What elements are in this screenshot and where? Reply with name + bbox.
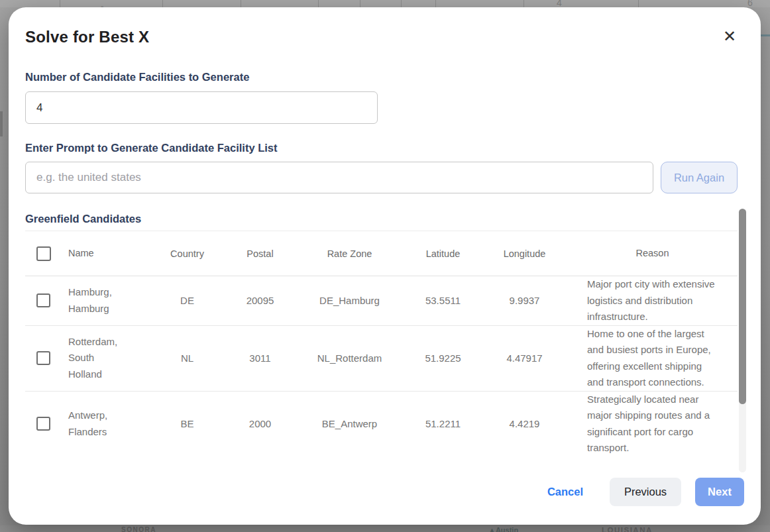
next-button[interactable]: Next — [695, 478, 744, 506]
count-field-label: Number of Candidate Facilities to Genera… — [25, 71, 249, 83]
col-header-country: Country — [149, 248, 225, 259]
col-header-rate-zone: Rate Zone — [295, 248, 404, 259]
cell-longitude: 4.4219 — [482, 418, 567, 429]
cell-postal: 3011 — [225, 352, 295, 364]
cell-country: NL — [149, 352, 225, 364]
prompt-input[interactable] — [25, 162, 653, 193]
col-header-longitude: Longitude — [482, 248, 567, 259]
background-map-line — [761, 34, 770, 36]
bg-cell-value: 4 — [557, 0, 562, 7]
table-row: Rotterdam, South HollandNL3011NL_Rotterd… — [25, 326, 738, 392]
table-scrollbar-thumb[interactable] — [739, 209, 746, 404]
cell-name: Rotterdam, South Holland — [60, 334, 149, 383]
cell-longitude: 4.47917 — [482, 352, 567, 364]
bg-column-line — [638, 0, 639, 7]
cell-rate-zone: NL_Rotterdam — [295, 352, 404, 364]
map-label-austin: ▲Austin — [488, 526, 518, 532]
background-app-top-strip: - 4 6 — [0, 0, 770, 7]
cell-reason: Home to one of the largest and busiest p… — [567, 326, 738, 391]
col-header-reason: Reason — [567, 245, 738, 262]
cell-postal: 20095 — [225, 295, 295, 306]
bg-column-line — [241, 0, 241, 7]
dialog-title: Solve for Best X — [25, 28, 149, 46]
cell-name: Antwerp, Flanders — [60, 407, 149, 440]
greenfield-candidates-heading: Greenfield Candidates — [25, 213, 141, 225]
solve-for-best-x-dialog: Solve for Best X ✕ Number of Candidate F… — [9, 7, 761, 525]
bg-column-line — [523, 0, 524, 7]
cell-latitude: 51.9225 — [404, 352, 482, 364]
map-label-louisiana: LOUISIANA — [602, 526, 653, 532]
cell-country: BE — [149, 418, 225, 429]
map-label-sonora: SONORA — [121, 526, 156, 532]
cell-rate-zone: BE_Antwerp — [295, 418, 404, 429]
table-header-row: Name Country Postal Rate Zone Latitude L… — [25, 231, 738, 276]
cell-rate-zone: DE_Hamburg — [295, 295, 404, 306]
cell-postal: 2000 — [225, 418, 295, 429]
bg-cell-dash: - — [101, 1, 103, 7]
close-icon[interactable]: ✕ — [716, 23, 743, 50]
cancel-button[interactable]: Cancel — [547, 486, 583, 498]
col-header-postal: Postal — [225, 248, 295, 259]
cell-reason: Strategically located near major shippin… — [567, 392, 738, 456]
cell-country: DE — [149, 295, 225, 306]
bg-column-line — [318, 0, 319, 7]
bg-column-line — [360, 0, 360, 7]
bg-column-line — [162, 0, 163, 7]
row-checkbox[interactable] — [36, 417, 50, 431]
col-header-latitude: Latitude — [404, 248, 482, 259]
bg-cell-value: 6 — [747, 0, 753, 7]
table-body: Hamburg, HamburgDE20095DE_Hamburg53.5511… — [25, 276, 738, 456]
table-scrollbar-track[interactable] — [739, 209, 746, 472]
select-all-checkbox[interactable] — [36, 246, 51, 261]
cell-name: Hamburg, Hamburg — [60, 284, 149, 317]
col-header-name: Name — [60, 245, 149, 262]
bg-column-line — [435, 0, 436, 7]
candidate-count-input[interactable] — [25, 91, 378, 124]
cell-longitude: 9.9937 — [482, 295, 567, 306]
bg-column-line — [60, 0, 60, 7]
row-checkbox[interactable] — [36, 351, 50, 365]
cell-latitude: 53.5511 — [404, 295, 482, 306]
table-row: Antwerp, FlandersBE2000BE_Antwerp51.2211… — [25, 392, 738, 456]
background-map-mark — [0, 111, 3, 136]
bg-column-line — [401, 0, 402, 7]
previous-button[interactable]: Previous — [610, 478, 681, 506]
row-checkbox[interactable] — [36, 293, 50, 307]
table-row: Hamburg, HamburgDE20095DE_Hamburg53.5511… — [25, 276, 738, 326]
candidates-table: Name Country Postal Rate Zone Latitude L… — [25, 231, 738, 466]
cell-latitude: 51.2211 — [404, 418, 482, 429]
map-marker-icon: ▲ — [488, 526, 496, 532]
run-again-button[interactable]: Run Again — [661, 162, 738, 193]
prompt-field-label: Enter Prompt to Generate Candidate Facil… — [25, 142, 278, 154]
background-map-strip: SONORA ▲Austin LOUISIANA — [0, 525, 770, 532]
cell-reason: Major port city with extensive logistics… — [567, 276, 738, 325]
dialog-footer: Cancel Previous Next — [547, 478, 744, 506]
